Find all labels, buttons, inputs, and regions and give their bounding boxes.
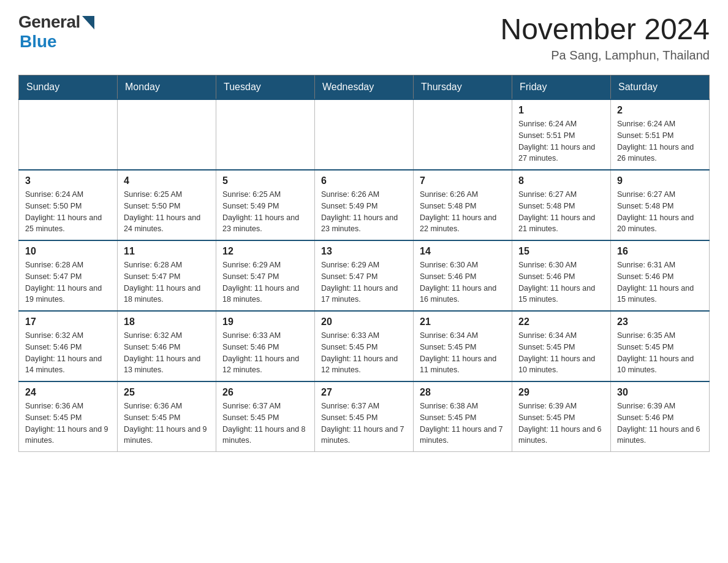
table-row: 21Sunrise: 6:34 AMSunset: 5:45 PMDayligh… [414,311,512,381]
table-row: 3Sunrise: 6:24 AMSunset: 5:50 PMDaylight… [19,170,118,240]
weekday-header-row: SundayMondayTuesdayWednesdayThursdayFrid… [19,75,710,100]
day-info: Sunrise: 6:37 AM [321,400,407,412]
day-info: Daylight: 11 hours and 13 minutes. [124,353,210,377]
day-info: Daylight: 11 hours and 22 minutes. [420,212,506,236]
weekday-header-tuesday: Tuesday [216,75,315,100]
day-number: 18 [124,316,210,327]
svg-marker-0 [82,16,94,29]
day-info: Sunset: 5:45 PM [420,412,506,424]
day-number: 1 [518,105,604,116]
table-row: 14Sunrise: 6:30 AMSunset: 5:46 PMDayligh… [414,240,512,311]
day-number: 22 [518,316,604,327]
table-row: 12Sunrise: 6:29 AMSunset: 5:47 PMDayligh… [216,240,315,311]
calendar-table: SundayMondayTuesdayWednesdayThursdayFrid… [18,75,710,452]
day-info: Sunset: 5:45 PM [124,412,210,424]
table-row: 23Sunrise: 6:35 AMSunset: 5:45 PMDayligh… [611,311,710,381]
day-info: Sunset: 5:45 PM [420,342,506,353]
day-info: Sunrise: 6:25 AM [124,189,210,201]
day-info: Sunrise: 6:37 AM [222,400,308,412]
day-info: Daylight: 11 hours and 10 minutes. [518,353,604,377]
table-row: 30Sunrise: 6:39 AMSunset: 5:46 PMDayligh… [611,381,710,452]
table-row: 2Sunrise: 6:24 AMSunset: 5:51 PMDaylight… [611,99,710,170]
table-row: 4Sunrise: 6:25 AMSunset: 5:50 PMDaylight… [118,170,216,240]
day-info: Daylight: 11 hours and 20 minutes. [617,212,703,236]
calendar-week-4: 17Sunrise: 6:32 AMSunset: 5:46 PMDayligh… [19,311,710,381]
day-info: Daylight: 11 hours and 11 minutes. [420,353,506,377]
table-row: 13Sunrise: 6:29 AMSunset: 5:47 PMDayligh… [315,240,414,311]
day-number: 24 [25,387,111,398]
logo-general-text: General [18,12,80,32]
day-info: Daylight: 11 hours and 19 minutes. [25,283,111,306]
day-number: 4 [124,175,210,186]
day-info: Sunrise: 6:27 AM [518,189,604,201]
table-row: 6Sunrise: 6:26 AMSunset: 5:49 PMDaylight… [315,170,414,240]
day-info: Daylight: 11 hours and 15 minutes. [617,283,703,306]
calendar-week-5: 24Sunrise: 6:36 AMSunset: 5:45 PMDayligh… [19,381,710,452]
day-info: Sunrise: 6:30 AM [518,259,604,271]
day-info: Sunrise: 6:31 AM [617,259,703,271]
table-row [118,99,216,170]
table-row: 18Sunrise: 6:32 AMSunset: 5:46 PMDayligh… [118,311,216,381]
day-number: 2 [617,105,703,116]
day-number: 7 [420,175,506,186]
table-row: 10Sunrise: 6:28 AMSunset: 5:47 PMDayligh… [19,240,118,311]
day-info: Daylight: 11 hours and 9 minutes. [25,424,111,447]
day-info: Sunset: 5:51 PM [617,130,703,142]
logo-blue-text: Blue [20,32,57,51]
day-info: Sunset: 5:48 PM [617,201,703,212]
day-info: Sunset: 5:46 PM [420,271,506,283]
table-row: 25Sunrise: 6:36 AMSunset: 5:45 PMDayligh… [118,381,216,452]
table-row [414,99,512,170]
day-number: 11 [124,246,210,257]
day-number: 14 [420,246,506,257]
day-info: Sunrise: 6:27 AM [617,189,703,201]
day-info: Sunset: 5:46 PM [518,271,604,283]
day-info: Sunrise: 6:28 AM [124,259,210,271]
day-number: 27 [321,387,407,398]
day-info: Daylight: 11 hours and 27 minutes. [518,142,604,165]
day-number: 26 [222,387,308,398]
day-info: Sunset: 5:45 PM [321,342,407,353]
day-number: 19 [222,316,308,327]
day-info: Daylight: 11 hours and 18 minutes. [124,283,210,306]
day-info: Sunset: 5:48 PM [420,201,506,212]
day-info: Sunset: 5:50 PM [25,201,111,212]
day-info: Daylight: 11 hours and 7 minutes. [420,424,506,447]
day-info: Daylight: 11 hours and 10 minutes. [617,353,703,377]
day-info: Daylight: 11 hours and 21 minutes. [518,212,604,236]
title-section: November 2024 Pa Sang, Lamphun, Thailand [500,12,710,63]
logo: General Blue [18,12,94,52]
day-info: Sunset: 5:51 PM [518,130,604,142]
day-info: Sunrise: 6:33 AM [222,330,308,342]
table-row [19,99,118,170]
day-info: Sunset: 5:46 PM [25,342,111,353]
day-number: 28 [420,387,506,398]
day-info: Daylight: 11 hours and 12 minutes. [222,353,308,377]
day-info: Daylight: 11 hours and 15 minutes. [518,283,604,306]
day-info: Daylight: 11 hours and 17 minutes. [321,283,407,306]
calendar-week-2: 3Sunrise: 6:24 AMSunset: 5:50 PMDaylight… [19,170,710,240]
day-info: Sunrise: 6:30 AM [420,259,506,271]
day-info: Daylight: 11 hours and 14 minutes. [25,353,111,377]
month-title: November 2024 [500,12,710,46]
day-info: Daylight: 11 hours and 7 minutes. [321,424,407,447]
day-info: Daylight: 11 hours and 24 minutes. [124,212,210,236]
day-number: 21 [420,316,506,327]
day-number: 10 [25,246,111,257]
day-info: Sunrise: 6:32 AM [25,330,111,342]
day-number: 8 [518,175,604,186]
day-info: Sunset: 5:45 PM [222,412,308,424]
weekday-header-friday: Friday [512,75,611,100]
day-number: 30 [617,387,703,398]
day-info: Sunset: 5:47 PM [124,271,210,283]
weekday-header-sunday: Sunday [19,75,118,100]
day-number: 16 [617,246,703,257]
day-number: 15 [518,246,604,257]
table-row: 11Sunrise: 6:28 AMSunset: 5:47 PMDayligh… [118,240,216,311]
table-row: 22Sunrise: 6:34 AMSunset: 5:45 PMDayligh… [512,311,611,381]
day-info: Sunrise: 6:28 AM [25,259,111,271]
table-row: 28Sunrise: 6:38 AMSunset: 5:45 PMDayligh… [414,381,512,452]
day-info: Sunset: 5:46 PM [124,342,210,353]
day-info: Daylight: 11 hours and 23 minutes. [321,212,407,236]
table-row: 24Sunrise: 6:36 AMSunset: 5:45 PMDayligh… [19,381,118,452]
